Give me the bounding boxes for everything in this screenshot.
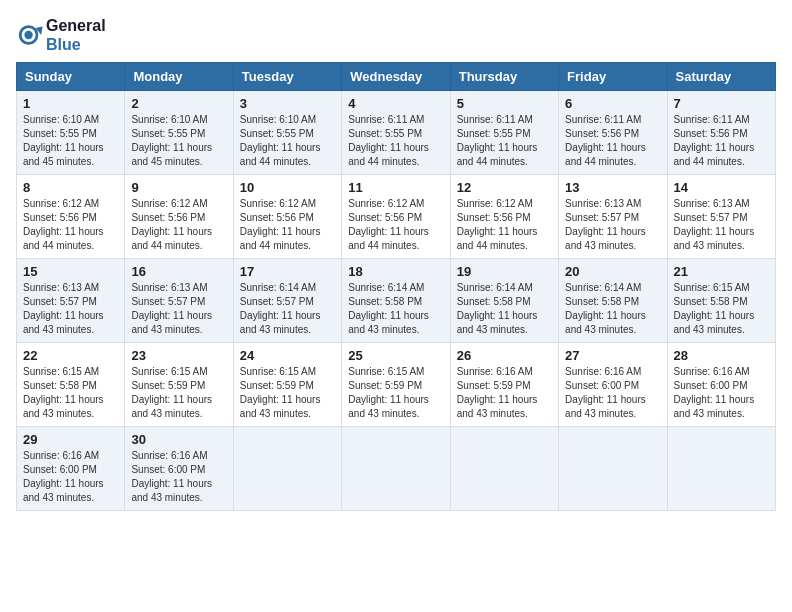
logo: General Blue	[16, 16, 106, 54]
calendar-day-cell: 20 Sunrise: 6:14 AM Sunset: 5:58 PM Dayl…	[559, 259, 667, 343]
calendar-day-cell: 14 Sunrise: 6:13 AM Sunset: 5:57 PM Dayl…	[667, 175, 775, 259]
day-number: 7	[674, 96, 769, 111]
calendar-day-cell: 30 Sunrise: 6:16 AM Sunset: 6:00 PM Dayl…	[125, 427, 233, 511]
day-info: Sunrise: 6:10 AM Sunset: 5:55 PM Dayligh…	[23, 113, 118, 169]
day-info: Sunrise: 6:16 AM Sunset: 6:00 PM Dayligh…	[674, 365, 769, 421]
day-info: Sunrise: 6:12 AM Sunset: 5:56 PM Dayligh…	[348, 197, 443, 253]
day-number: 12	[457, 180, 552, 195]
calendar-day-cell: 23 Sunrise: 6:15 AM Sunset: 5:59 PM Dayl…	[125, 343, 233, 427]
day-header-thursday: Thursday	[450, 63, 558, 91]
day-number: 9	[131, 180, 226, 195]
calendar-day-cell: 28 Sunrise: 6:16 AM Sunset: 6:00 PM Dayl…	[667, 343, 775, 427]
calendar-day-cell: 2 Sunrise: 6:10 AM Sunset: 5:55 PM Dayli…	[125, 91, 233, 175]
day-info: Sunrise: 6:14 AM Sunset: 5:57 PM Dayligh…	[240, 281, 335, 337]
calendar-day-cell: 4 Sunrise: 6:11 AM Sunset: 5:55 PM Dayli…	[342, 91, 450, 175]
day-number: 29	[23, 432, 118, 447]
calendar-table: SundayMondayTuesdayWednesdayThursdayFrid…	[16, 62, 776, 511]
day-header-monday: Monday	[125, 63, 233, 91]
day-number: 24	[240, 348, 335, 363]
day-number: 1	[23, 96, 118, 111]
day-info: Sunrise: 6:10 AM Sunset: 5:55 PM Dayligh…	[240, 113, 335, 169]
day-number: 17	[240, 264, 335, 279]
day-number: 14	[674, 180, 769, 195]
day-info: Sunrise: 6:12 AM Sunset: 5:56 PM Dayligh…	[457, 197, 552, 253]
day-number: 18	[348, 264, 443, 279]
calendar-day-cell: 9 Sunrise: 6:12 AM Sunset: 5:56 PM Dayli…	[125, 175, 233, 259]
calendar-day-cell: 24 Sunrise: 6:15 AM Sunset: 5:59 PM Dayl…	[233, 343, 341, 427]
day-number: 28	[674, 348, 769, 363]
empty-cell	[342, 427, 450, 511]
calendar-week-row: 8 Sunrise: 6:12 AM Sunset: 5:56 PM Dayli…	[17, 175, 776, 259]
day-info: Sunrise: 6:14 AM Sunset: 5:58 PM Dayligh…	[348, 281, 443, 337]
calendar-day-cell: 10 Sunrise: 6:12 AM Sunset: 5:56 PM Dayl…	[233, 175, 341, 259]
day-info: Sunrise: 6:13 AM Sunset: 5:57 PM Dayligh…	[674, 197, 769, 253]
day-number: 2	[131, 96, 226, 111]
day-number: 6	[565, 96, 660, 111]
day-info: Sunrise: 6:14 AM Sunset: 5:58 PM Dayligh…	[457, 281, 552, 337]
day-info: Sunrise: 6:13 AM Sunset: 5:57 PM Dayligh…	[565, 197, 660, 253]
empty-cell	[559, 427, 667, 511]
calendar-day-cell: 17 Sunrise: 6:14 AM Sunset: 5:57 PM Dayl…	[233, 259, 341, 343]
day-header-sunday: Sunday	[17, 63, 125, 91]
day-info: Sunrise: 6:16 AM Sunset: 6:00 PM Dayligh…	[565, 365, 660, 421]
day-number: 4	[348, 96, 443, 111]
day-number: 20	[565, 264, 660, 279]
day-number: 26	[457, 348, 552, 363]
calendar-day-cell: 27 Sunrise: 6:16 AM Sunset: 6:00 PM Dayl…	[559, 343, 667, 427]
calendar-day-cell: 5 Sunrise: 6:11 AM Sunset: 5:55 PM Dayli…	[450, 91, 558, 175]
day-info: Sunrise: 6:12 AM Sunset: 5:56 PM Dayligh…	[240, 197, 335, 253]
day-info: Sunrise: 6:16 AM Sunset: 6:00 PM Dayligh…	[23, 449, 118, 505]
day-info: Sunrise: 6:15 AM Sunset: 5:59 PM Dayligh…	[131, 365, 226, 421]
calendar-day-cell: 16 Sunrise: 6:13 AM Sunset: 5:57 PM Dayl…	[125, 259, 233, 343]
day-info: Sunrise: 6:16 AM Sunset: 5:59 PM Dayligh…	[457, 365, 552, 421]
day-number: 8	[23, 180, 118, 195]
calendar-day-cell: 6 Sunrise: 6:11 AM Sunset: 5:56 PM Dayli…	[559, 91, 667, 175]
day-number: 19	[457, 264, 552, 279]
day-number: 23	[131, 348, 226, 363]
day-number: 11	[348, 180, 443, 195]
day-info: Sunrise: 6:13 AM Sunset: 5:57 PM Dayligh…	[131, 281, 226, 337]
day-number: 30	[131, 432, 226, 447]
day-number: 27	[565, 348, 660, 363]
day-info: Sunrise: 6:16 AM Sunset: 6:00 PM Dayligh…	[131, 449, 226, 505]
day-info: Sunrise: 6:15 AM Sunset: 5:59 PM Dayligh…	[240, 365, 335, 421]
calendar-week-row: 1 Sunrise: 6:10 AM Sunset: 5:55 PM Dayli…	[17, 91, 776, 175]
calendar-day-cell: 15 Sunrise: 6:13 AM Sunset: 5:57 PM Dayl…	[17, 259, 125, 343]
calendar-day-cell: 25 Sunrise: 6:15 AM Sunset: 5:59 PM Dayl…	[342, 343, 450, 427]
calendar-day-cell: 18 Sunrise: 6:14 AM Sunset: 5:58 PM Dayl…	[342, 259, 450, 343]
calendar-week-row: 29 Sunrise: 6:16 AM Sunset: 6:00 PM Dayl…	[17, 427, 776, 511]
day-number: 3	[240, 96, 335, 111]
logo-line1: General	[46, 16, 106, 35]
page-header: General Blue	[16, 16, 776, 54]
day-info: Sunrise: 6:11 AM Sunset: 5:56 PM Dayligh…	[674, 113, 769, 169]
day-info: Sunrise: 6:15 AM Sunset: 5:58 PM Dayligh…	[674, 281, 769, 337]
day-info: Sunrise: 6:11 AM Sunset: 5:55 PM Dayligh…	[457, 113, 552, 169]
day-info: Sunrise: 6:12 AM Sunset: 5:56 PM Dayligh…	[23, 197, 118, 253]
calendar-day-cell: 26 Sunrise: 6:16 AM Sunset: 5:59 PM Dayl…	[450, 343, 558, 427]
day-info: Sunrise: 6:14 AM Sunset: 5:58 PM Dayligh…	[565, 281, 660, 337]
day-number: 10	[240, 180, 335, 195]
day-info: Sunrise: 6:11 AM Sunset: 5:56 PM Dayligh…	[565, 113, 660, 169]
day-number: 21	[674, 264, 769, 279]
day-header-wednesday: Wednesday	[342, 63, 450, 91]
calendar-day-cell: 19 Sunrise: 6:14 AM Sunset: 5:58 PM Dayl…	[450, 259, 558, 343]
calendar-day-cell: 21 Sunrise: 6:15 AM Sunset: 5:58 PM Dayl…	[667, 259, 775, 343]
empty-cell	[233, 427, 341, 511]
calendar-week-row: 15 Sunrise: 6:13 AM Sunset: 5:57 PM Dayl…	[17, 259, 776, 343]
day-info: Sunrise: 6:15 AM Sunset: 5:58 PM Dayligh…	[23, 365, 118, 421]
day-info: Sunrise: 6:11 AM Sunset: 5:55 PM Dayligh…	[348, 113, 443, 169]
calendar-day-cell: 7 Sunrise: 6:11 AM Sunset: 5:56 PM Dayli…	[667, 91, 775, 175]
day-number: 13	[565, 180, 660, 195]
empty-cell	[450, 427, 558, 511]
day-info: Sunrise: 6:10 AM Sunset: 5:55 PM Dayligh…	[131, 113, 226, 169]
calendar-day-cell: 12 Sunrise: 6:12 AM Sunset: 5:56 PM Dayl…	[450, 175, 558, 259]
calendar-day-cell: 1 Sunrise: 6:10 AM Sunset: 5:55 PM Dayli…	[17, 91, 125, 175]
calendar-day-cell: 29 Sunrise: 6:16 AM Sunset: 6:00 PM Dayl…	[17, 427, 125, 511]
day-number: 5	[457, 96, 552, 111]
day-number: 22	[23, 348, 118, 363]
calendar-day-cell: 22 Sunrise: 6:15 AM Sunset: 5:58 PM Dayl…	[17, 343, 125, 427]
day-number: 15	[23, 264, 118, 279]
empty-cell	[667, 427, 775, 511]
day-header-saturday: Saturday	[667, 63, 775, 91]
day-number: 16	[131, 264, 226, 279]
